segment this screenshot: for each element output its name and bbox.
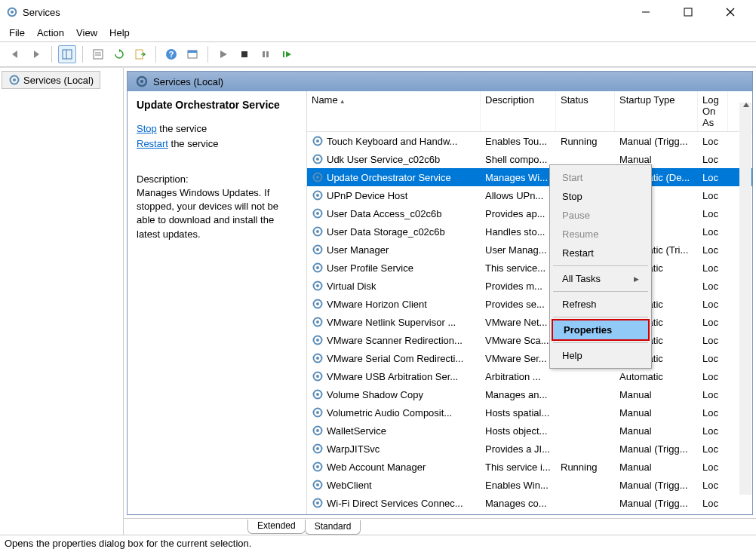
forward-button[interactable] (27, 45, 45, 63)
list-row[interactable]: VMware Horizon ClientProvides se...Autom… (307, 295, 752, 313)
ctx-refresh[interactable]: Refresh (552, 295, 650, 314)
svg-point-41 (316, 284, 319, 287)
tab-standard[interactable]: Standard (305, 520, 361, 535)
list-row[interactable]: User Profile ServiceThis service...Autom… (307, 259, 752, 277)
start-service-button[interactable] (214, 45, 232, 63)
cell-name: User Data Access_c02c6b (307, 207, 481, 219)
cell-log-on-as: Loc (698, 425, 728, 437)
cell-name: User Manager (307, 244, 481, 256)
window-title: Services (23, 7, 632, 18)
cell-log-on-as: Loc (698, 172, 728, 183)
svg-point-39 (316, 266, 319, 269)
list-row[interactable]: WarpJITSvcProvides a JI...Manual (Trigg.… (307, 440, 752, 458)
cell-description: Hosts spatial... (481, 407, 556, 419)
cell-description: Handles sto... (481, 226, 556, 238)
list-row[interactable]: UPnP Device HostAllows UPn...ManualLoc (307, 186, 752, 204)
menu-file[interactable]: File (9, 27, 25, 38)
svg-point-25 (316, 140, 319, 143)
list-row[interactable]: Touch Keyboard and Handw...Enables Tou..… (307, 132, 752, 150)
list-row[interactable]: Volume Shadow CopyManages an...ManualLoc (307, 385, 752, 403)
gear-icon (312, 153, 324, 165)
pause-service-button[interactable] (257, 45, 275, 63)
list-row[interactable]: Udk User Service_c02c6bShell compo...Man… (307, 150, 752, 168)
svg-point-59 (316, 447, 319, 450)
list-row[interactable]: Volumetric Audio Composit...Hosts spatia… (307, 403, 752, 422)
cell-description: Provides se... (481, 299, 556, 310)
cell-description: VMware Ser... (481, 353, 556, 364)
ctx-properties[interactable]: Properties (552, 319, 650, 341)
cell-log-on-as: Loc (698, 154, 728, 165)
list-row[interactable]: Update Orchestrator ServiceManages Wi...… (307, 168, 752, 186)
col-log-on-as[interactable]: Log On As (698, 91, 728, 131)
restart-service-button[interactable] (278, 45, 296, 63)
ctx-pause: Pause (552, 206, 650, 225)
stop-link[interactable]: Stop (137, 123, 157, 134)
ctx-divider (553, 265, 648, 266)
cell-description: Allows UPn... (481, 190, 556, 201)
vertical-scrollbar[interactable] (739, 103, 751, 495)
tab-extended[interactable]: Extended (247, 520, 306, 534)
col-name[interactable]: Name▲ (307, 91, 481, 131)
list-row[interactable]: User ManagerUser Manag...Automatic (Tri.… (307, 241, 752, 259)
minimize-button[interactable] (632, 3, 659, 21)
list-row[interactable]: VMware Scanner Redirection...VMware Sca.… (307, 331, 752, 349)
close-button[interactable] (717, 3, 744, 21)
gear-icon (8, 74, 20, 86)
list-row[interactable]: User Data Storage_c02c6bHandles sto...Ma… (307, 222, 752, 241)
ctx-divider (553, 342, 648, 343)
stop-service-button[interactable] (235, 45, 254, 63)
menu-help[interactable]: Help (109, 27, 130, 38)
list-row[interactable]: Web Account ManagerThis service i...Runn… (307, 458, 752, 476)
gear-icon (312, 443, 324, 455)
cell-name: VMware Horizon Client (307, 298, 481, 310)
col-status[interactable]: Status (556, 91, 615, 131)
list-row[interactable]: VMware Netlink Supervisor ...VMware Net.… (307, 313, 752, 331)
cell-name: Web Account Manager (307, 461, 481, 473)
gear-icon (312, 244, 324, 256)
description-label: Description: (137, 173, 297, 185)
export-list-button[interactable] (131, 45, 149, 63)
console-settings-button[interactable] (183, 45, 201, 63)
cell-log-on-as: Loc (698, 208, 728, 219)
list-row[interactable]: User Data Access_c02c6bProvides ap...Man… (307, 204, 752, 222)
view-tabs: Extended Standard (124, 518, 756, 535)
maximize-button[interactable] (675, 3, 702, 21)
back-button[interactable] (6, 45, 24, 63)
list-row[interactable]: WalletServiceHosts object...ManualLoc (307, 422, 752, 440)
refresh-button[interactable] (110, 45, 128, 63)
ctx-start: Start (552, 168, 650, 187)
ctx-restart[interactable]: Restart (552, 244, 650, 262)
help-button[interactable]: ? (162, 45, 180, 63)
services-list: Name▲ Description Status Startup Type Lo… (307, 91, 752, 514)
pane-title: Services (Local) (153, 76, 223, 87)
cell-name: WebClient (307, 479, 481, 491)
list-row[interactable]: VMware Serial Com Redirecti...VMware Ser… (307, 349, 752, 367)
restart-link[interactable]: Restart (137, 138, 168, 149)
list-row[interactable]: VMware USB Arbitration Ser...Arbitration… (307, 367, 752, 385)
properties-button[interactable] (89, 45, 107, 63)
cell-log-on-as: Loc (698, 389, 728, 400)
svg-point-63 (316, 483, 319, 486)
cell-log-on-as: Loc (698, 371, 728, 382)
col-description[interactable]: Description (481, 91, 556, 131)
col-startup-type[interactable]: Startup Type (615, 91, 698, 131)
tree-item-services-local[interactable]: Services (Local) (2, 71, 100, 89)
ctx-help[interactable]: Help (552, 346, 650, 365)
show-hide-tree-button[interactable] (58, 45, 76, 63)
list-row[interactable]: WebClientEnables Win...Manual (Trigg...L… (307, 476, 752, 494)
ctx-stop[interactable]: Stop (552, 187, 650, 206)
toolbar: ? (0, 41, 756, 67)
menu-action[interactable]: Action (37, 27, 64, 38)
menu-view[interactable]: View (76, 27, 97, 38)
list-row[interactable]: Wi-Fi Direct Services Connec...Manages c… (307, 494, 752, 512)
restart-suffix: the service (168, 138, 218, 149)
list-row[interactable]: Virtual DiskProvides m...ManualLoc (307, 277, 752, 295)
ctx-all-tasks[interactable]: All Tasks▶ (552, 269, 650, 288)
svg-point-33 (316, 212, 319, 215)
cell-log-on-as: Loc (698, 299, 728, 310)
scroll-up-icon[interactable] (743, 103, 749, 107)
svg-point-45 (316, 320, 319, 323)
svg-point-65 (316, 501, 319, 504)
cell-name: WalletService (307, 425, 481, 437)
cell-name: Volumetric Audio Composit... (307, 406, 481, 419)
